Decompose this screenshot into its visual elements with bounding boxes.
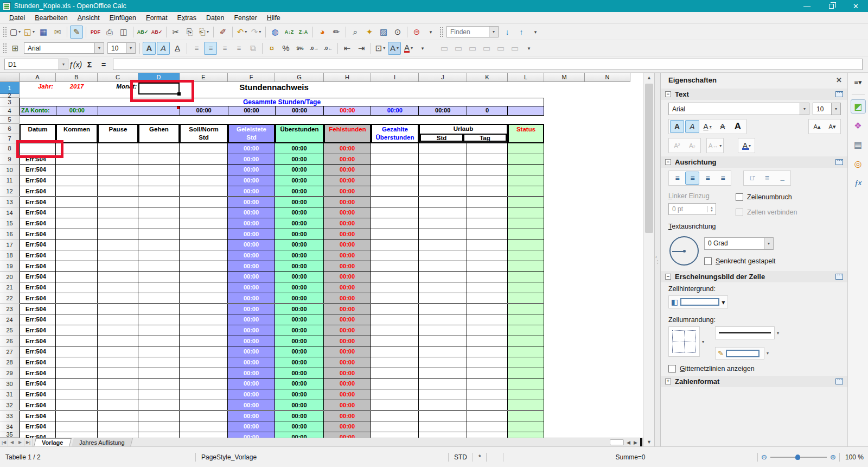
cell-H8[interactable]: 00:00 (324, 143, 371, 154)
row-header-6[interactable]: 6 (0, 124, 20, 134)
cell-B30[interactable] (56, 378, 98, 389)
hyperlink-button[interactable]: ◍ (269, 26, 282, 39)
cell-F14[interactable]: 00:00 (228, 207, 275, 218)
zoom-level[interactable]: 100 % (840, 453, 868, 461)
cell-K18[interactable] (467, 250, 508, 261)
cell-E22[interactable] (180, 293, 228, 304)
cell-G30[interactable]: 00:00 (275, 378, 324, 389)
merge-cells-button[interactable]: ⧉ (246, 42, 259, 55)
cell-H34[interactable]: 00:00 (324, 421, 371, 432)
section-alignment[interactable]: − Ausrichtung (661, 156, 847, 168)
cell-J28[interactable] (419, 357, 467, 368)
cell-J31[interactable] (419, 389, 467, 400)
cell-G21[interactable]: 00:00 (275, 282, 324, 293)
align-object-left-button[interactable]: ▭ (438, 42, 451, 55)
cell-L33[interactable] (508, 411, 544, 422)
cell-J10[interactable] (419, 165, 467, 175)
cell-A30[interactable]: Err:504 (20, 378, 56, 389)
align-object-center-button[interactable]: ▭ (452, 42, 465, 55)
row-header-32[interactable]: 32 (0, 400, 20, 411)
cell-I28[interactable] (371, 357, 419, 368)
cell-D14[interactable] (138, 207, 180, 218)
cell-K9[interactable] (467, 154, 508, 165)
format-paintbrush-button[interactable]: ✐ (216, 26, 229, 39)
cell-I32[interactable] (371, 400, 419, 411)
new-document-button[interactable]: ▢▾ (9, 26, 22, 39)
column-header-H[interactable]: H (324, 73, 371, 82)
cell-C33[interactable] (98, 411, 138, 422)
cell-D11[interactable] (138, 175, 180, 186)
cell-F20[interactable]: 00:00 (228, 272, 275, 282)
background-color-button[interactable]: A▾ (388, 42, 401, 55)
cell-A25[interactable]: Err:504 (20, 325, 56, 336)
cell-F4[interactable]: 00:00 (228, 106, 275, 115)
sidebar-close-button[interactable]: ✕ (836, 76, 842, 84)
cell-G27[interactable]: 00:00 (275, 346, 324, 357)
cell-F28[interactable]: 00:00 (228, 357, 275, 368)
cell-I14[interactable] (371, 207, 419, 218)
formatting-toolbar-grip[interactable] (3, 43, 7, 54)
cell-C10[interactable] (98, 165, 138, 175)
cell-D30[interactable] (138, 378, 180, 389)
redo-button[interactable]: ↷▾ (250, 26, 263, 39)
cell-E15[interactable] (180, 218, 228, 229)
cell-I23[interactable] (371, 304, 419, 315)
cell-B27[interactable] (56, 346, 98, 357)
scroll-up-button[interactable]: ▲ (644, 73, 654, 82)
cell-J23[interactable] (419, 304, 467, 315)
cell-C4[interactable] (98, 106, 180, 115)
cell-H24[interactable]: 00:00 (324, 314, 371, 325)
cell-F30[interactable]: 00:00 (228, 378, 275, 389)
dropdown-icon[interactable]: ▾ (800, 103, 809, 115)
expand-icon[interactable]: + (665, 378, 671, 384)
cell-I13[interactable] (371, 197, 419, 208)
cell-H22[interactable]: 00:00 (324, 293, 371, 304)
cell-L13[interactable] (508, 197, 544, 208)
cell-C17[interactable] (98, 239, 138, 250)
align-center-button[interactable]: ≡ (204, 42, 217, 55)
cell-G8[interactable]: 00:00 (275, 143, 324, 154)
cell-C15[interactable] (98, 218, 138, 229)
save-button[interactable]: ▦ (37, 26, 50, 39)
cell-L22[interactable] (508, 293, 544, 304)
cell-I19[interactable] (371, 261, 419, 272)
cell-J4[interactable]: 00:00 (418, 106, 467, 115)
cell-I21[interactable] (371, 282, 419, 293)
dropdown-icon[interactable]: ▾ (383, 46, 385, 51)
cell-K26[interactable] (467, 336, 508, 347)
cell-B11[interactable] (56, 175, 98, 186)
row-header-4[interactable]: 4 (0, 106, 20, 116)
column-header-G[interactable]: G (275, 73, 324, 82)
cell-L14[interactable] (508, 207, 544, 218)
cell-H16[interactable]: 00:00 (324, 229, 371, 240)
horizontal-scrollbar-thumb[interactable] (610, 439, 624, 445)
cell-E25[interactable] (180, 325, 228, 336)
cell-D29[interactable] (138, 368, 180, 379)
column-header-L[interactable]: L (508, 73, 544, 82)
cell-background-color-button[interactable]: ◧ ▾ (668, 295, 728, 308)
menu-datei[interactable]: Datei (4, 13, 30, 23)
cell-G16[interactable]: 00:00 (275, 229, 324, 240)
cell-E11[interactable] (180, 175, 228, 186)
cell-E17[interactable] (180, 239, 228, 250)
cell-I11[interactable] (371, 175, 419, 186)
cell-F11[interactable]: 00:00 (228, 175, 275, 186)
cell-H17[interactable]: 00:00 (324, 239, 371, 250)
orientation-degrees-combo[interactable]: 0 Grad ▾ (704, 237, 774, 250)
tab-functions-fx-icon[interactable]: ƒx (851, 175, 866, 190)
undo-button[interactable]: ↶▾ (235, 26, 248, 39)
first-sheet-button[interactable]: |◀ (0, 438, 8, 446)
cell-A19[interactable]: Err:504 (20, 261, 56, 272)
cell-K28[interactable] (467, 357, 508, 368)
cell-H31[interactable]: 00:00 (324, 389, 371, 400)
align-justify-button[interactable]: ≡ (232, 42, 245, 55)
cell-G17[interactable]: 00:00 (275, 239, 324, 250)
cell-F27[interactable]: 00:00 (228, 346, 275, 357)
cell-J22[interactable] (419, 293, 467, 304)
sidebar-grid-button[interactable]: ⊞ (9, 42, 22, 55)
row-header-33[interactable]: 33 (0, 411, 20, 422)
cell-F21[interactable]: 00:00 (228, 282, 275, 293)
align-left-button[interactable]: ≡ (190, 42, 203, 55)
currency-format-button[interactable]: ¤ (265, 42, 278, 55)
cell-E9[interactable] (180, 154, 228, 165)
